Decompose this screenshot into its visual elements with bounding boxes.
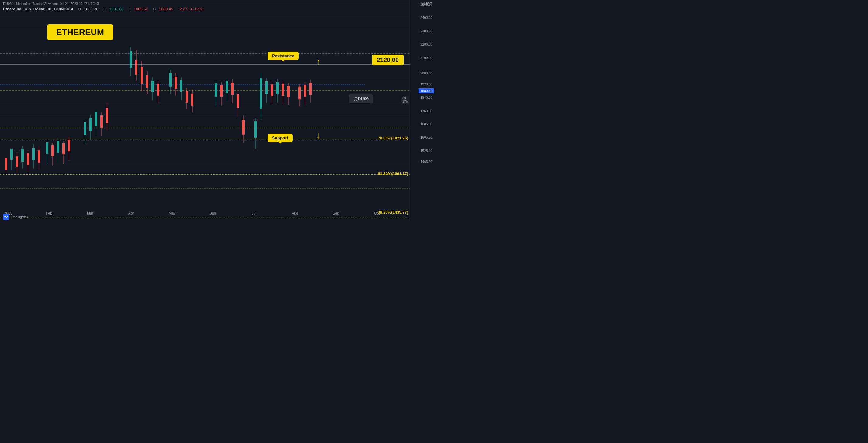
l-label: L [129, 7, 131, 11]
publisher-bar: DU09 published on TradingView.com, Jul 2… [0, 0, 434, 7]
fib-618-line [0, 174, 410, 175]
svg-rect-93 [265, 81, 268, 94]
svg-rect-87 [242, 120, 245, 135]
ethereum-label: ETHEREUM [47, 24, 113, 40]
svg-rect-95 [271, 84, 273, 96]
price-2000: 2000.00 [420, 71, 432, 75]
price-2200: 2200.00 [420, 42, 432, 46]
price-1840: 1840.00 [420, 96, 432, 99]
high-value: 1901.68 [109, 7, 123, 11]
svg-rect-99 [282, 83, 284, 96]
svg-rect-83 [231, 83, 234, 95]
close-value: 1889.45 [159, 7, 173, 11]
symbol-info: Ethereum / U.S. Dollar, 3D, COINBASE O 1… [3, 7, 205, 11]
tv-icon: TV [3, 214, 9, 220]
time-remaining-label: 2d 17h [401, 96, 409, 104]
svg-rect-53 [106, 108, 108, 123]
svg-rect-21 [5, 158, 7, 170]
svg-rect-47 [89, 118, 92, 131]
svg-rect-85 [237, 94, 239, 108]
fib-786-line [0, 139, 410, 139]
svg-rect-51 [100, 115, 103, 128]
tradingview-logo: TV TradingView [3, 214, 29, 220]
time-may: May [168, 211, 176, 215]
svg-rect-101 [287, 86, 289, 97]
publisher-text: DU09 published on TradingView.com, Jul 2… [3, 2, 99, 5]
svg-rect-49 [95, 112, 97, 126]
price-1685: 1685.00 [420, 122, 432, 126]
o-label: O [78, 7, 81, 11]
svg-rect-39 [57, 141, 59, 152]
time-axis: 2023 Feb Mar Apr May Jun Jul Aug Sep Oct [0, 206, 410, 215]
svg-rect-25 [16, 157, 18, 167]
price-1525: 1525.00 [420, 149, 432, 152]
time-sep: Sep [333, 211, 339, 215]
svg-rect-77 [215, 83, 217, 97]
current-price-label: 1889.45 [419, 89, 434, 93]
resistance-label: Resistance [268, 52, 299, 60]
low-value: 1886.52 [134, 7, 148, 11]
svg-rect-73 [186, 91, 188, 103]
symbol-name: Ethereum / U.S. Dollar, 3D, COINBASE [3, 7, 75, 11]
svg-rect-31 [32, 148, 35, 161]
svg-rect-29 [27, 154, 29, 165]
svg-rect-97 [276, 82, 279, 94]
svg-rect-63 [151, 80, 154, 92]
h-label: H [103, 7, 106, 11]
open-value: 1891.76 [84, 7, 98, 11]
svg-rect-107 [309, 83, 312, 95]
price-axis: USD 2500.00 2400.00 2300.00 2200.00 2100… [410, 0, 434, 222]
price-2400: 2400.00 [420, 16, 432, 20]
price-2120-label: 2120.00 [372, 55, 404, 65]
svg-rect-65 [157, 83, 159, 96]
price-1605: 1605.00 [420, 136, 432, 139]
svg-rect-75 [191, 94, 193, 106]
tradingview-text: TradingView [11, 215, 29, 219]
time-feb: Feb [46, 211, 52, 215]
svg-rect-27 [21, 149, 24, 162]
chart-container: DU09 published on TradingView.com, Jul 2… [0, 0, 434, 222]
svg-rect-91 [260, 78, 262, 109]
svg-rect-67 [169, 73, 172, 87]
svg-rect-57 [135, 60, 137, 75]
c-label: C [153, 7, 156, 11]
svg-rect-41 [62, 143, 65, 155]
resistance-line [0, 64, 410, 65]
price-2100: 2100.00 [420, 56, 432, 60]
svg-rect-23 [10, 149, 13, 160]
price-2300: 2300.00 [420, 29, 432, 33]
svg-rect-69 [175, 76, 177, 89]
svg-rect-43 [68, 140, 70, 151]
svg-rect-35 [46, 142, 49, 154]
price-1920: 1920.00 [420, 82, 432, 86]
du09-label: @DU09 [349, 94, 373, 103]
fib-382-line [0, 217, 410, 218]
svg-rect-105 [304, 85, 306, 97]
fib-382-label: 38.20%(1435.77) [378, 210, 408, 214]
svg-rect-61 [146, 75, 148, 88]
fib-618-label: 61.80%(1661.37) [378, 171, 408, 176]
time-jun: Jun [210, 211, 216, 215]
time-mar: Mar [87, 211, 93, 215]
arrow-up-resistance: ↑ [316, 57, 320, 67]
svg-rect-71 [180, 80, 183, 92]
svg-rect-81 [226, 81, 228, 93]
fib-786-label: 78.60%(1821.96) [378, 136, 408, 140]
svg-rect-33 [38, 150, 40, 163]
time-jul: Jul [251, 211, 256, 215]
svg-rect-103 [298, 87, 301, 99]
support-label: Support [268, 134, 292, 142]
time-apr: Apr [128, 211, 134, 215]
svg-rect-89 [254, 121, 257, 138]
price-1760: 1760.00 [420, 109, 432, 113]
price-change: -2.27 (-0.12%) [178, 7, 204, 11]
arrow-down-support: ↓ [316, 131, 320, 140]
price-1465: 1465.00 [420, 160, 432, 164]
svg-rect-37 [52, 145, 54, 156]
svg-rect-45 [84, 122, 86, 135]
svg-rect-79 [220, 85, 223, 97]
ohlc-values: O 1891.76 H 1901.68 L 1886.52 C 1889.45 … [76, 7, 205, 11]
time-aug: Aug [292, 211, 298, 215]
svg-text:TV: TV [4, 216, 8, 219]
svg-rect-59 [141, 67, 143, 83]
